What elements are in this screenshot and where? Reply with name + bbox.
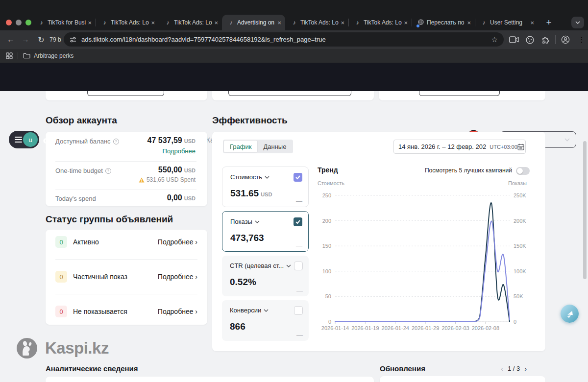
- tab-close-icon[interactable]: ×: [214, 19, 218, 26]
- svg-text:50K: 50K: [514, 293, 523, 299]
- metric-card-3[interactable]: CTR (целевая ст...0.52%—: [222, 256, 309, 296]
- metric-unit: USD: [261, 191, 272, 197]
- extensions-puzzle-icon[interactable]: [539, 30, 552, 49]
- date-range-picker[interactable]: 14 янв. 2026 г. – 12 февр. 202 UTC+03:00: [393, 140, 526, 154]
- svg-text:2026-01-24: 2026-01-24: [382, 325, 409, 331]
- top-campaigns-toggle-label: Посмотреть 5 лучших кампаний: [408, 167, 512, 174]
- hamburger-menu-icon[interactable]: [15, 135, 22, 144]
- reload-button[interactable]: ↻: [35, 30, 47, 49]
- forward-button[interactable]: →: [20, 30, 31, 49]
- tab-title: TikTok Ads: Log: [174, 19, 212, 26]
- divider: [55, 259, 197, 260]
- performance-title: Эффективность: [212, 115, 288, 126]
- tab-list-chevron-button[interactable]: [571, 17, 584, 28]
- tiktok-favicon-icon: ♪: [228, 19, 234, 26]
- site-settings-icon[interactable]: [70, 36, 76, 43]
- tiktok-favicon-icon: ♪: [291, 19, 297, 26]
- menu-avatar-pill[interactable]: u: [9, 131, 39, 148]
- tab-title: TikTok for Busin: [48, 19, 86, 26]
- info-icon[interactable]: ?: [105, 168, 111, 174]
- metric-value: 0.52%: [230, 277, 256, 287]
- browser-tab-5[interactable]: ♪TikTok Ads: Log×: [285, 15, 348, 30]
- avatar[interactable]: u: [23, 132, 38, 147]
- browser-tab-7[interactable]: Переслать по×: [412, 15, 475, 30]
- status-details-link[interactable]: Подробнее ›: [158, 273, 197, 281]
- tab-title: TikTok Ads: Log: [300, 19, 339, 26]
- metric-checkbox[interactable]: [294, 306, 303, 315]
- zoom-window-button[interactable]: [25, 20, 31, 25]
- browser-tab-3[interactable]: ♪TikTok Ads: Log×: [159, 15, 222, 30]
- metric-card-2[interactable]: Показы473,763—: [222, 211, 309, 252]
- svg-text:2026-01-14: 2026-01-14: [321, 325, 349, 331]
- status-label: Частичный показ: [73, 273, 127, 281]
- tab-chart[interactable]: График: [224, 141, 257, 152]
- svg-text:100K: 100K: [514, 268, 526, 274]
- tab-close-icon[interactable]: ×: [467, 19, 471, 26]
- address-bar[interactable]: ads.tiktok.com/i18n/dashboard?aadvid=759…: [64, 32, 504, 47]
- status-details-link[interactable]: Подробнее ›: [158, 308, 197, 315]
- tab-notification-dot: [416, 24, 419, 27]
- url-text[interactable]: ads.tiktok.com/i18n/dashboard?aadvid=759…: [81, 36, 491, 43]
- metric-name-dropdown[interactable]: CTR (целевая ст...: [230, 262, 291, 269]
- pagination-next-icon[interactable]: ›: [524, 364, 527, 373]
- tab-capture-icon[interactable]: [508, 30, 520, 49]
- new-tab-button[interactable]: +: [543, 17, 555, 28]
- chart-data-tabs: График Данные: [223, 140, 293, 153]
- metric-name: CTR (целевая ст...: [230, 262, 284, 269]
- browser-menu-icon[interactable]: ⋮: [576, 30, 588, 49]
- metric-name-dropdown[interactable]: Стоимость: [230, 173, 270, 181]
- browser-tab-4[interactable]: ♪Advertising on×: [222, 15, 285, 30]
- tab-close-icon[interactable]: ×: [404, 19, 408, 26]
- metric-value-row: 473,763: [230, 233, 264, 243]
- metric-trend-dash: —: [296, 242, 302, 249]
- browser-tab-2[interactable]: ♪TikTok Ads: Log×: [96, 15, 159, 30]
- metric-name-dropdown[interactable]: Конверсии: [230, 307, 269, 314]
- metric-checkbox[interactable]: [294, 173, 302, 182]
- metric-value-row: 0.52%: [230, 277, 256, 287]
- balance-details-link[interactable]: Подробнее: [163, 147, 196, 155]
- apps-grid-icon[interactable]: [6, 52, 13, 59]
- ai-assistant-button[interactable]: [561, 305, 579, 323]
- minimize-window-button[interactable]: [16, 20, 22, 25]
- top-card-3-button[interactable]: [419, 91, 500, 96]
- bookmarks-bar: Arbitrage perks: [0, 49, 588, 63]
- metric-value-row: 531.65USD: [230, 188, 272, 199]
- bookmark-folder-label[interactable]: Arbitrage perks: [34, 52, 74, 59]
- zoom-indicator[interactable]: 79 b: [47, 30, 64, 49]
- tab-data[interactable]: Данные: [257, 141, 292, 152]
- browser-tab-8[interactable]: ♪User Setting×: [475, 15, 538, 30]
- top-campaigns-toggle[interactable]: [516, 167, 530, 175]
- close-window-button[interactable]: [6, 20, 12, 25]
- profile-icon[interactable]: [559, 30, 572, 49]
- status-details-link[interactable]: Подробнее ›: [158, 238, 197, 246]
- account-overview-title: Обзор аккаунта: [46, 115, 117, 126]
- metric-checkbox[interactable]: [294, 217, 302, 226]
- top-card-1-button[interactable]: [87, 91, 164, 96]
- browser-tab-1[interactable]: ♪TikTok for Busin×: [32, 15, 96, 30]
- metric-checkbox[interactable]: [294, 262, 303, 270]
- todays-spend-label: Today's spend: [55, 195, 96, 202]
- metric-trend-dash: —: [296, 197, 302, 205]
- metric-name-dropdown[interactable]: Показы: [230, 218, 260, 225]
- tiktok-favicon-icon: ♪: [354, 19, 361, 26]
- tab-close-icon[interactable]: ×: [151, 19, 155, 26]
- pagination-prev-icon[interactable]: ‹: [501, 364, 503, 373]
- metric-trend-dash: —: [296, 332, 303, 339]
- metric-name: Показы: [230, 218, 252, 225]
- info-icon[interactable]: ?: [113, 139, 119, 144]
- metric-card-1[interactable]: Стоимость531.65USD—: [222, 167, 309, 207]
- bookmark-star-icon[interactable]: ☆: [491, 35, 498, 44]
- tab-close-icon[interactable]: ×: [530, 19, 534, 26]
- status-label: Активно: [73, 238, 99, 246]
- metric-card-4[interactable]: Конверсии866—: [222, 300, 309, 341]
- top-card-2-button[interactable]: [228, 91, 351, 96]
- tab-close-icon[interactable]: ×: [88, 19, 92, 26]
- tab-close-icon[interactable]: ×: [277, 19, 281, 26]
- scrollbar-thumb[interactable]: [583, 141, 587, 279]
- back-button[interactable]: ←: [5, 30, 17, 49]
- cookie-extension-icon[interactable]: [523, 30, 536, 49]
- performance-card: График Данные 14 янв. 2026 г. – 12 февр.…: [212, 132, 545, 351]
- tiktok-favicon-icon: ♪: [481, 19, 487, 26]
- browser-tab-6[interactable]: ♪TikTok Ads: Log×: [348, 15, 412, 30]
- tab-close-icon[interactable]: ×: [341, 19, 344, 26]
